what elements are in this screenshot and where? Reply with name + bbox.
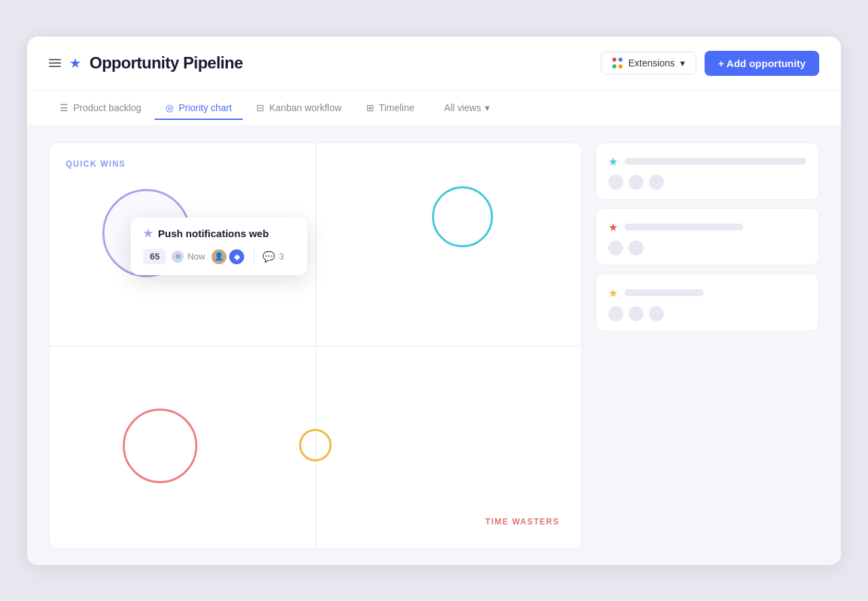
list-card-3[interactable]: ★ — [595, 274, 819, 331]
skeleton-dot-3 — [649, 175, 664, 190]
skeleton-dot-7 — [629, 306, 644, 321]
header-right: Extensions ▾ + Add opportunity — [601, 51, 820, 76]
divider — [254, 250, 254, 264]
tab-product-backlog[interactable]: ☰ Product backlog — [49, 97, 152, 120]
list-card-3-row1: ★ — [608, 287, 806, 299]
header: ★ Opportunity Pipeline Extensions ▾ + Ad… — [27, 37, 841, 91]
skeleton-bar-short — [625, 289, 704, 296]
now-badge: Now — [172, 251, 205, 263]
tab-timeline-label: Timeline — [379, 102, 414, 113]
extensions-button[interactable]: Extensions ▾ — [601, 51, 696, 75]
quadrant-vertical-line — [315, 143, 316, 548]
tab-priority-chart-label: Priority chart — [178, 102, 232, 113]
priority-chart-icon: ◎ — [165, 102, 174, 113]
app-container: ★ Opportunity Pipeline Extensions ▾ + Ad… — [27, 37, 841, 565]
now-dot-icon — [172, 251, 184, 263]
skeleton-dot-8 — [649, 306, 664, 321]
list-card-1[interactable]: ★ — [595, 142, 819, 200]
extensions-chevron-icon: ▾ — [680, 58, 685, 68]
quick-wins-label: QUICK WINS — [66, 159, 125, 169]
all-views-chevron-icon: ▾ — [485, 102, 490, 113]
list-star-yellow-icon: ★ — [608, 287, 618, 299]
skeleton-bar-long — [625, 158, 806, 165]
tab-kanban-workflow-label: Kanban workflow — [269, 102, 342, 113]
now-label: Now — [187, 251, 205, 262]
title-star-icon: ★ — [69, 55, 81, 71]
skeleton-dot-5 — [629, 241, 644, 255]
list-star-blue-icon: ★ — [608, 155, 618, 168]
list-card-2[interactable]: ★ — [595, 208, 819, 266]
avatars-group: 👤 ◆ — [210, 248, 245, 266]
tooltip-title-text: Push notifications web — [158, 228, 269, 239]
skeleton-dot-6 — [608, 306, 623, 321]
list-star-red-icon: ★ — [608, 221, 618, 234]
tab-timeline[interactable]: ⊞ Timeline — [355, 97, 425, 120]
skeleton-dot-2 — [629, 175, 644, 190]
tab-all-views[interactable]: All views ▾ — [433, 97, 500, 119]
time-wasters-label: TIME WASTERS — [486, 517, 559, 526]
add-opportunity-label: + Add opportunity — [718, 58, 806, 69]
product-backlog-icon: ☰ — [60, 102, 68, 113]
skeleton-dot-4 — [608, 241, 623, 255]
tabs-bar: ☰ Product backlog ◎ Priority chart ⊟ Kan… — [27, 91, 841, 126]
tooltip-card[interactable]: ★ Push notifications web 65 Now 👤 ◆ — [131, 217, 307, 275]
circle-pink[interactable] — [123, 409, 197, 483]
extensions-dots-icon — [612, 58, 623, 68]
avatar-user2: ◆ — [228, 248, 245, 266]
tab-kanban-workflow[interactable]: ⊟ Kanban workflow — [245, 97, 353, 120]
main-content: QUICK WINS TIME WASTERS ★ Push notificat… — [27, 126, 841, 565]
skeleton-dot-1 — [608, 175, 623, 190]
all-views-label: All views — [444, 102, 481, 113]
score-badge: 65 — [143, 249, 166, 264]
tab-priority-chart[interactable]: ◎ Priority chart — [155, 97, 243, 120]
add-opportunity-button[interactable]: + Add opportunity — [705, 51, 819, 76]
skeleton-bar-medium — [625, 224, 743, 230]
skeleton-row-1 — [608, 175, 806, 190]
right-panel: ★ ★ — [595, 142, 819, 549]
circle-yellow[interactable] — [299, 429, 332, 461]
avatar-user1: 👤 — [210, 248, 228, 266]
priority-chart-area: QUICK WINS TIME WASTERS ★ Push notificat… — [49, 142, 582, 549]
kanban-workflow-icon: ⊟ — [256, 102, 264, 113]
comment-meta: 💬 3 — [262, 251, 283, 263]
skeleton-row-3 — [608, 306, 806, 321]
tab-product-backlog-label: Product backlog — [73, 102, 141, 113]
skeleton-row-2 — [608, 241, 806, 255]
tooltip-meta: 65 Now 👤 ◆ 💬 3 — [143, 248, 295, 266]
comment-icon: 💬 — [262, 251, 275, 263]
circle-cyan[interactable] — [432, 186, 493, 247]
comment-count: 3 — [279, 251, 283, 262]
list-card-2-row1: ★ — [608, 221, 806, 234]
timeline-icon: ⊞ — [366, 102, 374, 113]
header-left: ★ Opportunity Pipeline — [49, 54, 243, 72]
tooltip-title-row: ★ Push notifications web — [143, 227, 295, 240]
list-card-1-row1: ★ — [608, 155, 806, 168]
tooltip-star-icon: ★ — [143, 227, 153, 240]
extensions-label: Extensions — [629, 58, 675, 68]
page-title: Opportunity Pipeline — [90, 54, 243, 72]
menu-icon[interactable] — [49, 59, 61, 67]
